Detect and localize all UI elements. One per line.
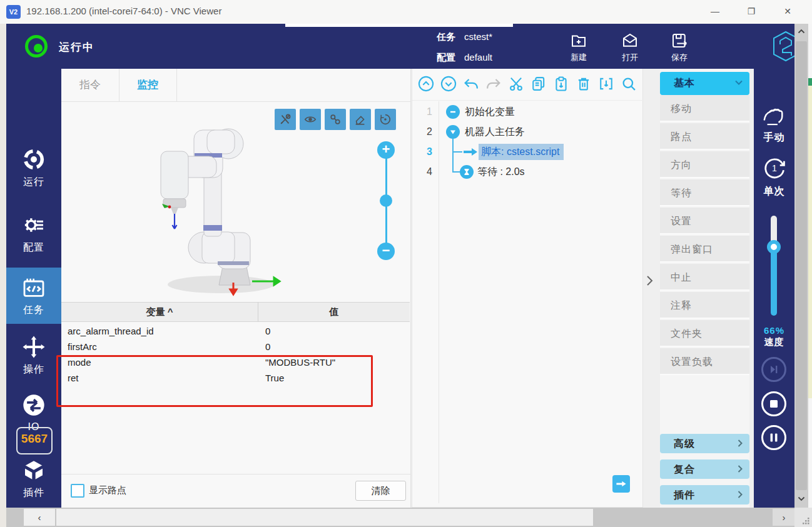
port-badge: 5667 bbox=[16, 427, 53, 454]
save-task-button[interactable]: 保存 bbox=[659, 31, 699, 63]
operate-arrows-icon bbox=[6, 334, 61, 359]
background-window-sliver bbox=[808, 24, 812, 508]
expanded-node-icon[interactable] bbox=[446, 125, 460, 139]
col-value[interactable]: 值 bbox=[258, 303, 410, 321]
vnc-logo-icon: V2 bbox=[6, 5, 21, 19]
link-icon[interactable] bbox=[325, 109, 346, 130]
config-name: default bbox=[464, 52, 492, 63]
view-zoom-knob[interactable] bbox=[380, 194, 392, 207]
save-task-icon bbox=[659, 31, 699, 50]
variable-row[interactable]: firstArc 0 bbox=[61, 339, 410, 354]
search-icon[interactable] bbox=[620, 75, 637, 93]
highlight-annotation bbox=[56, 355, 373, 407]
disabled-node-icon[interactable] bbox=[446, 105, 460, 119]
close-button[interactable]: ✕ bbox=[773, 0, 802, 23]
command-item-direction[interactable]: 方向 bbox=[660, 151, 749, 178]
step-button[interactable] bbox=[761, 357, 786, 382]
scroll-right-icon[interactable]: › bbox=[773, 509, 795, 526]
sidebar-item-run[interactable]: 运行 bbox=[6, 147, 61, 189]
stop-button[interactable] bbox=[761, 391, 786, 416]
group-advanced-header[interactable]: 高级 bbox=[660, 434, 749, 453]
wait-hourglass-icon[interactable] bbox=[460, 165, 474, 179]
pause-button[interactable] bbox=[761, 425, 786, 450]
io-sync-icon bbox=[6, 393, 61, 418]
minimize-button[interactable]: — bbox=[701, 0, 729, 23]
sidebar-item-plugin[interactable]: 插件 bbox=[6, 458, 61, 499]
maximize-button[interactable]: ❐ bbox=[737, 0, 766, 23]
command-item-payload[interactable]: 设置负载 bbox=[660, 348, 749, 375]
panel-expand-icon[interactable] bbox=[644, 274, 657, 290]
col-variable[interactable]: 变量 ^ bbox=[61, 303, 258, 321]
app-header: 运行中 任务 cstest* 配置 default 新建 打开 bbox=[6, 24, 794, 69]
command-item-wait[interactable]: 等待 bbox=[660, 179, 749, 206]
copy-icon[interactable] bbox=[530, 75, 547, 93]
vnc-viewer-window: V2 192.168.1.200 (intel-corei7-64:0) - V… bbox=[0, 0, 812, 527]
sidebar-item-config[interactable]: 配置 bbox=[6, 213, 61, 254]
speed-value: 66% bbox=[754, 325, 794, 336]
speed-label: 速度 bbox=[754, 336, 794, 348]
scroll-left-icon[interactable]: ‹ bbox=[24, 509, 55, 526]
tree-node-label-selected[interactable]: 脚本: cstest.script bbox=[481, 146, 559, 159]
sidebar-item-operate[interactable]: 操作 bbox=[6, 334, 61, 376]
open-task-button[interactable]: 打开 bbox=[610, 31, 650, 63]
delete-icon[interactable] bbox=[575, 75, 592, 93]
line-number: 2 bbox=[412, 126, 432, 138]
clear-button[interactable]: 清除 bbox=[355, 481, 406, 501]
group-basic-header[interactable]: 基本 bbox=[660, 72, 749, 95]
command-item-popup[interactable]: 弹出窗口 bbox=[660, 236, 749, 263]
speed-slider-knob[interactable] bbox=[767, 240, 781, 254]
show-waypoints-checkbox[interactable] bbox=[71, 484, 84, 498]
zoom-out-button[interactable]: − bbox=[377, 243, 395, 260]
group-plugin-header[interactable]: 插件 bbox=[660, 485, 749, 504]
command-item-comment[interactable]: 注释 bbox=[660, 292, 749, 319]
gutter-divider bbox=[439, 101, 439, 503]
new-task-button[interactable]: 新建 bbox=[559, 31, 599, 63]
cut-icon[interactable] bbox=[507, 75, 525, 93]
sidebar-item-task[interactable]: 任务 bbox=[6, 268, 61, 324]
zoom-in-button[interactable]: + bbox=[377, 141, 395, 159]
arrow-right-button[interactable] bbox=[612, 475, 630, 493]
undo-icon[interactable] bbox=[462, 75, 480, 93]
open-task-icon bbox=[610, 31, 650, 50]
tree-connector bbox=[452, 151, 462, 153]
viewer-panel: 指令 监控 bbox=[61, 69, 411, 508]
move-up-icon[interactable] bbox=[417, 75, 435, 93]
tree-node-label[interactable]: 初始化变量 bbox=[465, 106, 515, 119]
paste-icon[interactable] bbox=[552, 75, 570, 93]
line-number: 1 bbox=[412, 106, 432, 118]
tree-node-label[interactable]: 等待 : 2.0s bbox=[477, 166, 525, 179]
resize-grip[interactable] bbox=[794, 508, 812, 527]
tab-instruction[interactable]: 指令 bbox=[61, 69, 119, 101]
tab-monitor[interactable]: 监控 bbox=[119, 69, 177, 101]
robot-3d-view[interactable] bbox=[133, 119, 308, 300]
manual-hand-icon bbox=[762, 105, 787, 128]
window-title: 192.168.1.200 (intel-corei7-64:0) - VNC … bbox=[26, 6, 221, 16]
insert-icon[interactable] bbox=[597, 75, 615, 93]
command-item-move[interactable]: 移动 bbox=[660, 95, 749, 122]
scroll-down-icon[interactable] bbox=[794, 496, 808, 501]
variable-row[interactable]: arc_alarm_thread_id 0 bbox=[61, 323, 410, 339]
horizontal-scrollbar-thumb[interactable] bbox=[56, 509, 593, 526]
group-composite-header[interactable]: 复合 bbox=[660, 459, 749, 479]
menu-remnant bbox=[285, 24, 513, 27]
horizontal-scrollbar[interactable]: ‹ › bbox=[6, 508, 794, 527]
single-cycle-icon: 1 bbox=[761, 155, 788, 181]
move-down-icon[interactable] bbox=[440, 75, 457, 93]
chevron-down-icon bbox=[734, 79, 743, 86]
tree-node-label[interactable]: 机器人主任务 bbox=[465, 126, 525, 139]
vertical-scrollbar-thumb[interactable] bbox=[796, 41, 807, 490]
scroll-up-icon[interactable] bbox=[794, 29, 808, 34]
command-item-waypoint[interactable]: 路点 bbox=[660, 123, 749, 150]
rotate-view-icon[interactable] bbox=[375, 109, 396, 130]
speed-slider-track-lower[interactable] bbox=[771, 250, 777, 316]
single-mode-label[interactable]: 单次 bbox=[754, 185, 794, 198]
manual-mode-label[interactable]: 手动 bbox=[754, 131, 794, 144]
command-item-folder[interactable]: 文件夹 bbox=[660, 320, 749, 347]
chevron-right-icon bbox=[737, 490, 743, 499]
command-item-abort[interactable]: 中止 bbox=[660, 264, 749, 291]
program-toolbar bbox=[412, 69, 644, 101]
command-item-set[interactable]: 设置 bbox=[660, 208, 749, 234]
vertical-scrollbar[interactable] bbox=[794, 24, 808, 508]
redo-icon[interactable] bbox=[485, 75, 502, 93]
eraser-icon[interactable] bbox=[350, 109, 371, 130]
